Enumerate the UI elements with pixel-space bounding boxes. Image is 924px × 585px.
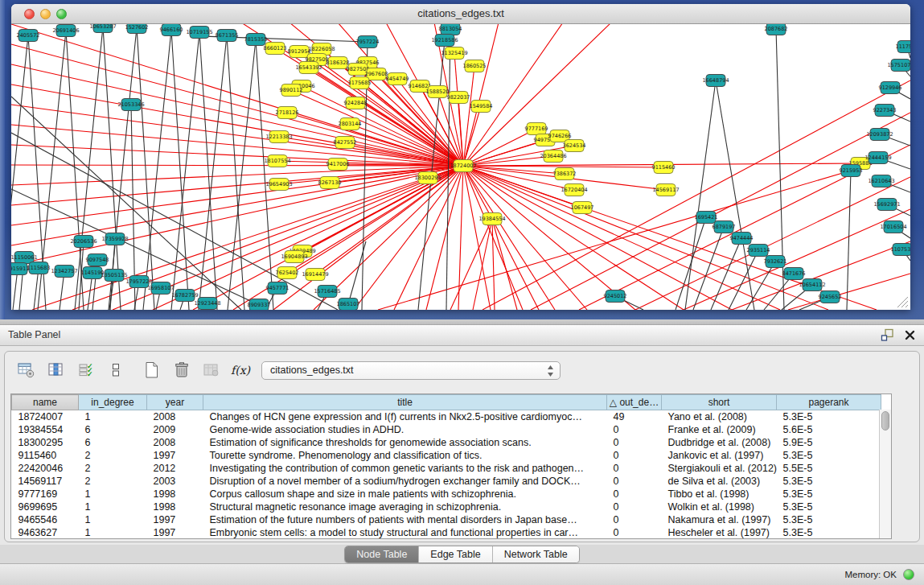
new-attribute-button[interactable]: [142, 360, 162, 380]
graph-node[interactable]: 1588520: [426, 86, 450, 98]
graph-node[interactable]: 12213383: [265, 131, 292, 143]
graph-node[interactable]: 11325419: [441, 47, 467, 60]
graph-node[interactable]: 1549584: [470, 101, 493, 113]
network-window-titlebar[interactable]: citations_edges.txt: [11, 4, 910, 24]
column-header-name[interactable]: name: [12, 395, 79, 410]
tab-node-table[interactable]: Node Table: [345, 546, 418, 562]
column-header-out_de[interactable]: △ out_de…: [607, 395, 662, 410]
tab-edge-table[interactable]: Edge Table: [418, 546, 491, 562]
graph-node[interactable]: 20364486: [540, 150, 566, 163]
graph-node[interactable]: 9129946: [879, 82, 902, 94]
graph-node[interactable]: 9245652: [819, 291, 842, 303]
minimize-traffic-light-icon[interactable]: [40, 9, 51, 19]
graph-node[interactable]: 9822037: [447, 92, 470, 104]
graph-node[interactable]: 2405572: [17, 30, 40, 42]
graph-node[interactable]: 7625402: [276, 267, 299, 279]
column-header-year[interactable]: year: [147, 395, 203, 410]
graph-node[interactable]: 9466160: [160, 24, 183, 36]
float-panel-icon[interactable]: [881, 328, 894, 342]
graph-node[interactable]: 10719155: [186, 27, 212, 39]
graph-node[interactable]: 17359928: [101, 233, 128, 245]
table-row[interactable]: 2242004622012Investigating the contribut…: [12, 462, 881, 475]
graph-node[interactable]: 13505135: [101, 270, 127, 282]
graph-node[interactable]: 3175685: [348, 77, 372, 89]
graph-node[interactable]: 2803144: [339, 118, 362, 130]
graph-node[interactable]: 10653287: [89, 24, 116, 33]
graph-node[interactable]: 7386372: [553, 168, 577, 180]
close-panel-icon[interactable]: [904, 329, 916, 341]
table-row[interactable]: 1938455462009Genome-wide association stu…: [12, 423, 881, 436]
graph-node[interactable]: 16720404: [561, 184, 587, 196]
node-attribute-table[interactable]: namein_degreeyeartitle△ out_de…shortpage…: [10, 393, 892, 539]
graph-node[interactable]: 2718126: [276, 107, 299, 119]
graph-node[interactable]: 1695421: [695, 212, 718, 224]
graph-node[interactable]: 20206536: [70, 236, 97, 248]
graph-node[interactable]: 12444159: [864, 152, 891, 164]
graph-node[interactable]: 8660123: [264, 43, 287, 55]
column-settings-button[interactable]: [16, 360, 37, 380]
graph-node[interactable]: 9457771: [266, 282, 290, 295]
graph-node[interactable]: 8471676: [782, 268, 806, 280]
window-resize-grip[interactable]: [894, 294, 909, 308]
table-row[interactable]: 1872400712008Changes of HCN gene express…: [12, 410, 881, 423]
graph-node[interactable]: 1107533: [891, 244, 910, 256]
graph-node[interactable]: 16958107: [147, 282, 174, 295]
graph-node[interactable]: 9227343: [873, 105, 897, 117]
graph-node[interactable]: 8267130: [318, 177, 342, 189]
select-all-rows-button[interactable]: ✓ ✓ ✓: [76, 360, 97, 380]
graph-node[interactable]: 12923448: [194, 298, 220, 310]
table-row[interactable]: 946362711997Embryonic stem cells: a mode…: [12, 526, 881, 539]
table-row[interactable]: 1830029562008Estimation of significance …: [12, 436, 881, 449]
column-header-in_degree[interactable]: in_degree: [79, 395, 147, 410]
graph-node[interactable]: 7932621: [764, 256, 787, 268]
graph-node[interactable]: 10654112: [799, 279, 825, 291]
table-row[interactable]: 911546021997Tourette syndrome. Phenomeno…: [12, 449, 881, 462]
graph-node[interactable]: 20691406: [52, 25, 79, 37]
graph-node[interactable]: 17016504: [880, 221, 906, 233]
graph-node[interactable]: 12342757: [51, 266, 77, 278]
graph-node[interactable]: 16648794: [702, 75, 729, 87]
graph-node[interactable]: 9417006: [326, 159, 350, 171]
graph-node[interactable]: 8454749: [386, 73, 409, 85]
graph-node[interactable]: 7815355: [244, 34, 268, 46]
graph-node[interactable]: 15716485: [314, 286, 340, 298]
graph-node[interactable]: 1860525: [463, 60, 487, 72]
graph-node[interactable]: 19654903: [265, 179, 292, 191]
graph-node[interactable]: 8671355: [216, 30, 239, 42]
graph-node[interactable]: 8813054: [439, 24, 462, 35]
graph-node[interactable]: 15751074: [887, 60, 910, 72]
graph-node[interactable]: 1115683: [27, 262, 51, 274]
graph-node[interactable]: 18107554: [264, 155, 290, 167]
graph-node[interactable]: 16904893: [281, 251, 307, 263]
graph-node[interactable]: 9242848: [344, 97, 368, 109]
graph-node[interactable]: 9777169: [525, 123, 548, 135]
scrollbar-thumb[interactable]: [881, 411, 889, 431]
show-rows-button[interactable]: [105, 360, 126, 380]
table-row[interactable]: 1456911722003Disruption of a novel membe…: [12, 475, 881, 488]
graph-node[interactable]: 21053346: [117, 99, 144, 111]
graph-node[interactable]: 9097548: [86, 254, 109, 266]
close-traffic-light-icon[interactable]: [24, 9, 35, 19]
table-row[interactable]: 977716911998Corpus callosum shape and si…: [12, 488, 881, 501]
graph-node[interactable]: 19218586: [431, 35, 458, 47]
function-builder-button[interactable]: f(x): [231, 364, 250, 377]
graph-node[interactable]: 2935114: [747, 245, 770, 257]
table-row[interactable]: 969969511998Structural magnetic resonanc…: [12, 501, 881, 513]
graph-node[interactable]: 18300295: [414, 172, 441, 184]
graph-node[interactable]: 3624534: [563, 140, 586, 152]
split-pane-divider[interactable]: [0, 319, 924, 325]
graph-node[interactable]: 1865107: [337, 299, 360, 311]
graph-node[interactable]: 19384554: [478, 213, 505, 225]
graph-node[interactable]: 1527602: [125, 24, 149, 34]
table-chooser-dropdown[interactable]: citations_edges.txt: [261, 361, 561, 380]
graph-node[interactable]: 8427552: [334, 137, 357, 149]
graph-node[interactable]: 2087682: [765, 24, 788, 35]
graph-node[interactable]: 9115460: [652, 162, 676, 174]
graph-node[interactable]: 6879197: [713, 221, 736, 233]
tab-network-table[interactable]: Network Table: [492, 546, 579, 562]
graph-node[interactable]: 1067497: [571, 202, 594, 214]
graph-hub-node[interactable]: 18724007: [450, 160, 476, 172]
column-header-short[interactable]: short: [662, 395, 777, 410]
graph-node[interactable]: 9245012: [604, 290, 627, 303]
graph-node[interactable]: 15692971: [873, 199, 900, 211]
